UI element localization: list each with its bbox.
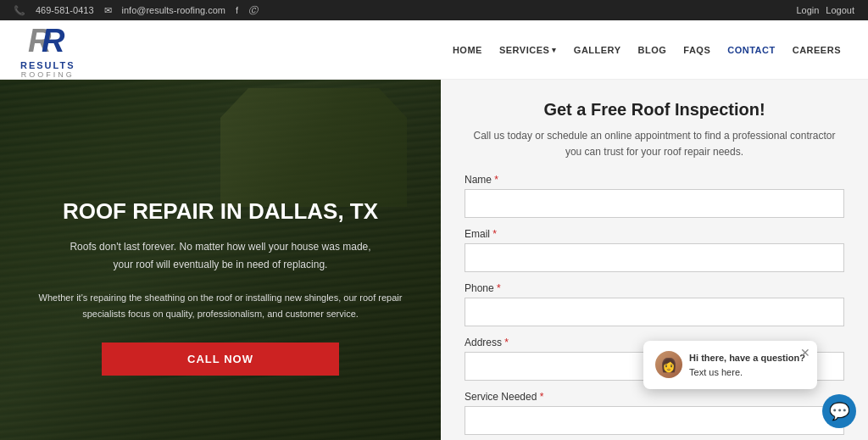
service-input[interactable]	[465, 406, 844, 435]
form-group-service: Service Needed *	[465, 391, 844, 435]
nav-faqs[interactable]: FAQS	[676, 42, 717, 58]
phone-number[interactable]: 469-581-0413	[36, 5, 94, 15]
form-title: Get a Free Roof Inspection!	[465, 100, 844, 120]
top-bar-right: Login Logout	[796, 5, 854, 15]
email-icon: ✉	[104, 5, 112, 16]
hero-title: ROOF REPAIR IN DALLAS, TX	[34, 198, 407, 225]
service-required: *	[537, 391, 543, 403]
logout-link[interactable]: Logout	[826, 5, 854, 15]
nav-services[interactable]: SERVICES ▾	[492, 42, 564, 58]
instagram-icon[interactable]: Ⓒ	[248, 4, 258, 17]
svg-text:R: R	[42, 23, 65, 58]
hero-description: Roofs don't last forever. No matter how …	[34, 238, 407, 322]
chat-avatar: 👩	[655, 351, 682, 378]
service-label: Service Needed *	[465, 391, 844, 403]
name-required: *	[492, 174, 498, 186]
login-link[interactable]: Login	[796, 5, 819, 15]
email-input[interactable]	[465, 243, 844, 272]
nav-contact[interactable]: CONTACT	[721, 42, 782, 58]
phone-input[interactable]	[465, 298, 844, 326]
chat-button[interactable]: 💬	[822, 394, 856, 428]
nav-gallery[interactable]: GALLERY	[567, 42, 628, 58]
brand-name: RESULTS	[20, 60, 75, 70]
phone-label: Phone *	[465, 282, 844, 294]
nav-blog[interactable]: BLOG	[632, 42, 674, 58]
form-subtitle: Call us today or schedule an online appo…	[465, 128, 844, 160]
top-bar-left: 📞 469-581-0413 ✉ info@results-roofing.co…	[14, 4, 258, 17]
phone-icon: 📞	[14, 5, 25, 16]
name-label: Name *	[465, 174, 844, 186]
chat-close-icon[interactable]: ✕	[800, 346, 810, 359]
top-bar: 📞 469-581-0413 ✉ info@results-roofing.co…	[0, 0, 868, 20]
logo[interactable]: R R RESULTS ROOFING	[20, 21, 75, 79]
email-label: Email *	[465, 228, 844, 240]
facebook-icon[interactable]: f	[236, 5, 238, 15]
main-nav: HOME SERVICES ▾ GALLERY BLOG FAQS CONTAC…	[446, 42, 848, 58]
chat-message: Hi there, have a question? Text us here.	[689, 351, 805, 379]
email-address[interactable]: info@results-roofing.com	[122, 5, 225, 15]
nav-home[interactable]: HOME	[446, 42, 489, 58]
call-now-button[interactable]: CALL NOW	[102, 343, 339, 376]
form-group-name: Name *	[465, 174, 844, 218]
name-input[interactable]	[465, 189, 844, 218]
email-required: *	[490, 228, 497, 240]
hero-section: ROOF REPAIR IN DALLAS, TX Roofs don't la…	[0, 80, 441, 440]
address-required: *	[502, 337, 509, 348]
site-header: R R RESULTS ROOFING HOME SERVICES ▾ GALL…	[0, 20, 868, 80]
form-group-phone: Phone *	[465, 282, 844, 326]
logo-icon: R R	[26, 21, 69, 58]
chat-popup: 👩 Hi there, have a question? Text us her…	[643, 341, 817, 389]
phone-required: *	[494, 282, 501, 294]
services-dropdown-arrow: ▾	[552, 46, 557, 54]
form-group-email: Email *	[465, 228, 844, 272]
nav-careers[interactable]: CAREERS	[786, 42, 848, 58]
brand-sub: ROOFING	[21, 70, 75, 79]
